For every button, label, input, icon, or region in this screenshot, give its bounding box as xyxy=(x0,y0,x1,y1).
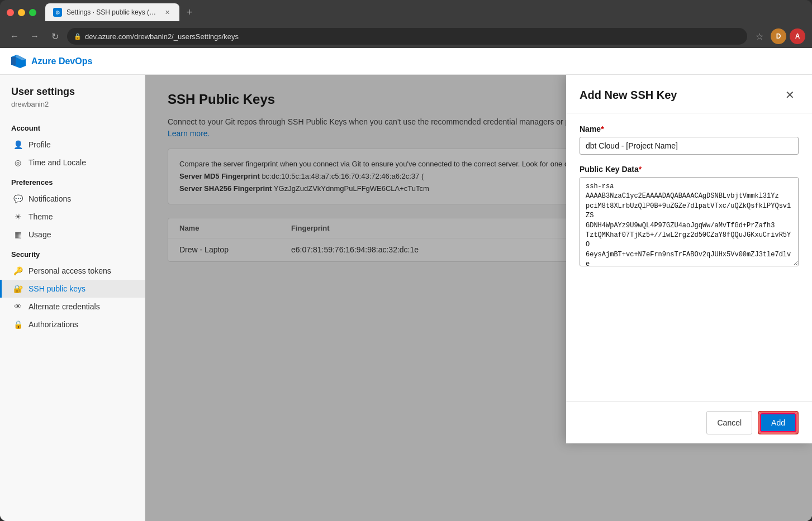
add-ssh-key-modal: Add New SSH Key ✕ Name* xyxy=(566,75,812,443)
personal-access-tokens-icon: 🔑 xyxy=(13,266,23,276)
sidebar-item-ssh-public-keys[interactable]: 🔐 SSH public keys xyxy=(0,280,145,298)
user-avatar-2[interactable]: A xyxy=(790,28,805,44)
svg-text:⚙: ⚙ xyxy=(55,9,60,16)
tab-bar: ⚙ Settings · SSH public keys (dr... ✕ + xyxy=(45,3,805,21)
active-tab[interactable]: ⚙ Settings · SSH public keys (dr... ✕ xyxy=(45,3,179,21)
bookmark-icon[interactable]: ☆ xyxy=(752,28,767,44)
sidebar-item-label: Usage xyxy=(29,230,51,239)
alternate-credentials-icon: 👁 xyxy=(13,302,23,312)
sidebar-item-authorizations[interactable]: 🔒 Authorizations xyxy=(0,316,145,333)
sidebar-section-account: Account xyxy=(0,117,145,136)
cancel-button[interactable]: Cancel xyxy=(706,411,752,434)
public-key-required-star: * xyxy=(639,165,642,174)
url-text: dev.azure.com/drewbanin2/_usersSettings/… xyxy=(85,32,239,41)
name-input[interactable] xyxy=(580,137,799,155)
lock-icon: 🔒 xyxy=(74,33,82,40)
time-locale-icon: ◎ xyxy=(13,157,23,168)
page-layout: User settings drewbanin2 Account 👤 Profi… xyxy=(0,75,812,521)
modal-body: Name* Public Key Data* xyxy=(566,113,812,401)
tab-close-button[interactable]: ✕ xyxy=(163,8,172,17)
name-form-group: Name* xyxy=(580,125,799,155)
svg-marker-4 xyxy=(11,57,16,65)
modal-footer: Cancel Add xyxy=(566,401,812,443)
forward-button[interactable]: → xyxy=(27,28,42,44)
public-key-textarea[interactable] xyxy=(580,177,799,266)
sidebar-item-profile[interactable]: 👤 Profile xyxy=(0,136,145,154)
modal-title: Add New SSH Key xyxy=(580,89,677,102)
theme-icon: ☀ xyxy=(13,212,23,222)
sidebar-item-label: Personal access tokens xyxy=(29,266,111,275)
sidebar-username: drewbanin2 xyxy=(0,100,145,117)
name-required-star: * xyxy=(601,125,604,133)
title-bar: ⚙ Settings · SSH public keys (dr... ✕ + xyxy=(0,0,812,25)
minimize-button[interactable] xyxy=(18,9,25,16)
sidebar-item-label: Authorizations xyxy=(29,320,78,329)
top-nav: Azure DevOps xyxy=(0,48,812,75)
address-bar[interactable]: 🔒 dev.azure.com/drewbanin2/_usersSetting… xyxy=(67,28,747,45)
sidebar-item-usage[interactable]: ▦ Usage xyxy=(0,226,145,243)
sidebar-item-personal-access-tokens[interactable]: 🔑 Personal access tokens xyxy=(0,262,145,280)
public-key-form-group: Public Key Data* xyxy=(580,165,799,269)
traffic-lights xyxy=(7,9,36,16)
add-button-wrapper: Add xyxy=(758,411,799,434)
sidebar-item-theme[interactable]: ☀ Theme xyxy=(0,208,145,226)
browser-content: Azure DevOps User settings drewbanin2 Ac… xyxy=(0,48,812,521)
usage-icon: ▦ xyxy=(13,230,23,240)
sidebar-item-notifications[interactable]: 💬 Notifications xyxy=(0,190,145,208)
close-button[interactable] xyxy=(7,9,14,16)
sidebar-item-label: Time and Locale xyxy=(29,158,86,167)
public-key-label: Public Key Data* xyxy=(580,165,799,174)
modal-close-button[interactable]: ✕ xyxy=(781,86,799,104)
address-bar-row: ← → ↻ 🔒 dev.azure.com/drewbanin2/_usersS… xyxy=(0,25,812,48)
sidebar-item-time-locale[interactable]: ◎ Time and Locale xyxy=(0,154,145,171)
sidebar-item-label: Profile xyxy=(29,140,51,149)
sidebar: User settings drewbanin2 Account 👤 Profi… xyxy=(0,75,145,521)
toolbar-right: ☆ D A xyxy=(752,28,805,44)
sidebar-section-security: Security xyxy=(0,243,145,262)
maximize-button[interactable] xyxy=(29,9,36,16)
tab-favicon: ⚙ xyxy=(53,8,62,17)
sidebar-item-alternate-credentials[interactable]: 👁 Alternate credentials xyxy=(0,298,145,316)
ssh-public-keys-icon: 🔐 xyxy=(13,284,23,294)
sidebar-item-label: Theme xyxy=(29,212,53,221)
sidebar-title: User settings xyxy=(0,86,145,100)
authorizations-icon: 🔒 xyxy=(13,319,23,329)
modal-header: Add New SSH Key ✕ xyxy=(566,75,812,113)
azure-devops-name: Azure DevOps xyxy=(31,56,92,66)
profile-icon: 👤 xyxy=(13,140,23,150)
user-avatar-1[interactable]: D xyxy=(771,28,786,44)
tab-title: Settings · SSH public keys (dr... xyxy=(67,8,158,16)
name-label: Name* xyxy=(580,125,799,133)
notifications-icon: 💬 xyxy=(13,194,23,204)
azure-devops-logo[interactable]: Azure DevOps xyxy=(11,54,92,69)
sidebar-item-label: Notifications xyxy=(29,194,71,203)
browser-frame: ⚙ Settings · SSH public keys (dr... ✕ + … xyxy=(0,0,812,521)
modal-overlay: Add New SSH Key ✕ Name* xyxy=(145,75,812,521)
sidebar-item-label: Alternate credentials xyxy=(29,302,100,311)
sidebar-item-label: SSH public keys xyxy=(29,284,86,293)
reload-button[interactable]: ↻ xyxy=(47,28,63,44)
new-tab-button[interactable]: + xyxy=(182,4,197,20)
sidebar-section-preferences: Preferences xyxy=(0,171,145,190)
main-content: SSH Public Keys Connect to your Git repo… xyxy=(145,75,812,521)
azure-devops-logo-icon xyxy=(11,54,27,69)
back-button[interactable]: ← xyxy=(7,28,22,44)
add-button[interactable]: Add xyxy=(760,413,796,432)
